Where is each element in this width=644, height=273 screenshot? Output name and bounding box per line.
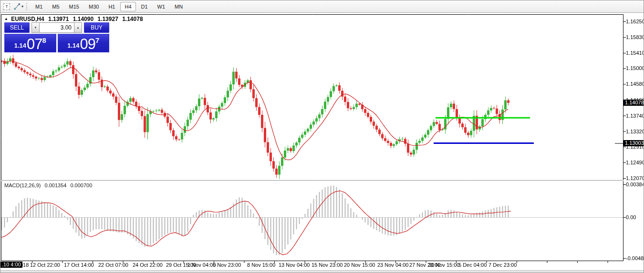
bid-prefix: 1.14 — [14, 42, 26, 49]
timeframe-m5[interactable]: M5 — [48, 2, 63, 11]
macd-value-signal: 0.000700 — [70, 182, 92, 188]
price-axis-label: 1.15410 — [626, 50, 644, 56]
timeframe-m1[interactable]: M1 — [31, 2, 47, 11]
arrange-windows-button[interactable]: ↗ ↙ ▾ — [11, 2, 25, 11]
volume-decrease-button[interactable]: ▾ — [31, 22, 40, 33]
level-price-tag: 1.13003 — [623, 140, 644, 146]
macd-axis-label: 0.00 — [626, 214, 636, 220]
volume-stepper: ▾ ▴ — [31, 22, 82, 33]
timeframe-h4[interactable]: H4 — [120, 2, 135, 11]
timeframe-mn[interactable]: MN — [170, 2, 187, 11]
price-axis-label: 1.13320 — [626, 129, 644, 134]
timeframe-d1[interactable]: D1 — [137, 2, 152, 11]
price-axis-label: 1.14580 — [626, 81, 644, 87]
arrow-sw-icon: ↙ — [13, 4, 18, 12]
symbol-title: EURUSD,H4 — [11, 16, 44, 22]
bid-pip-digit: 8 — [42, 36, 46, 44]
price-axis-label: 1.12490 — [626, 160, 644, 165]
time-axis-label: 13 Nov 04:00 — [279, 262, 310, 268]
current-price-tag: 1.14078 — [623, 100, 644, 106]
time-axis-label: 17 Oct 14:00 — [64, 262, 94, 268]
time-axis-label: 30 Nov 15:00 — [428, 262, 459, 268]
bid-price-box[interactable]: 1.14 07 8 — [4, 34, 56, 52]
price-axis-label: 1.16250 — [626, 19, 644, 24]
time-axis-label: 12 Oct 22:00 — [30, 262, 60, 268]
app-window: T ↗ ↙ ▾ M1M5M15M30H1H4D1W1MN ▲ EURUSD,H4… — [0, 0, 644, 273]
time-axis-label: 8 Nov 15:00 — [247, 262, 275, 268]
ohlc-high: 1.14090 — [73, 16, 93, 22]
macd-value-main: 0.001354 — [44, 182, 66, 188]
timeframe-m15[interactable]: M15 — [65, 2, 83, 11]
time-axis-label: 1 Nov 04:00 — [187, 262, 216, 268]
one-click-trading-panel: SELL ▾ ▴ BUY 1.14 07 8 1.14 09 7 — [4, 22, 109, 52]
time-axis-label: 5 Nov 23:00 — [213, 262, 241, 268]
ask-price-box[interactable]: 1.14 09 7 — [58, 34, 110, 52]
window-bottom-strip — [0, 270, 644, 273]
time-axis-label: 7 Dec 23:00 — [488, 262, 517, 268]
macd-axis-label: 0.003847 — [626, 182, 644, 187]
price-axis-label: 1.13740 — [626, 113, 644, 119]
toolbar: T ↗ ↙ ▾ M1M5M15M30H1H4D1W1MN — [0, 0, 644, 13]
ohlc-open: 1.13971 — [48, 16, 69, 22]
price-axis-label: 1.15830 — [626, 34, 644, 40]
ask-big-digits: 09 — [80, 37, 95, 51]
chart-header: ▲ EURUSD,H4 1.13971 1.14090 1.13927 1.14… — [4, 16, 143, 22]
time-axis-label: 15 Nov 23:00 — [312, 262, 343, 268]
time-axis-label: 5 Dec 04:00 — [458, 262, 487, 268]
time-axis-label: 24 Oct 22:00 — [133, 262, 163, 268]
time-axis-label: 23 Nov 04:00 — [377, 262, 408, 268]
ohlc-close: 1.14078 — [122, 16, 143, 22]
timeframe-bar: M1M5M15M30H1H4D1W1MN — [31, 2, 187, 11]
ask-pip-digit: 7 — [95, 36, 99, 44]
ohlc-low: 1.13927 — [97, 16, 118, 22]
price-axis-label: 1.15000 — [626, 65, 644, 71]
time-axis-label: 20 Nov 15:00 — [344, 262, 375, 268]
bid-big-digits: 07 — [27, 37, 42, 51]
sell-button[interactable]: SELL — [4, 22, 30, 33]
timeframe-m30[interactable]: M30 — [84, 2, 103, 11]
ask-prefix: 1.14 — [67, 42, 79, 49]
time-axis-label: 22 Oct 07:00 — [98, 262, 128, 268]
timeframe-h1[interactable]: H1 — [104, 2, 119, 11]
toolbar-grip[interactable] — [26, 3, 28, 10]
chart-tool-icon: T — [3, 3, 10, 10]
time-cursor-tag: .10 4:00 — [0, 262, 22, 268]
dropdown-caret-icon[interactable]: ▾ — [21, 4, 23, 9]
macd-title: MACD(12,26,9) — [4, 182, 41, 188]
macd-indicator-label: MACD(12,26,9) 0.001354 0.000700 — [4, 182, 94, 188]
buy-button[interactable]: BUY — [84, 22, 109, 33]
chart-tool-button[interactable]: T — [2, 2, 11, 11]
macd-axis-label: -0.004856 — [626, 255, 644, 261]
price-axis-label: 1.12070 — [626, 175, 644, 181]
timeframe-w1[interactable]: W1 — [153, 2, 170, 11]
arrange-windows-icon: ↗ ↙ — [13, 2, 21, 10]
symbol-marker-icon: ▲ — [4, 17, 8, 21]
volume-increase-button[interactable]: ▴ — [74, 22, 82, 33]
volume-input[interactable] — [40, 22, 74, 33]
